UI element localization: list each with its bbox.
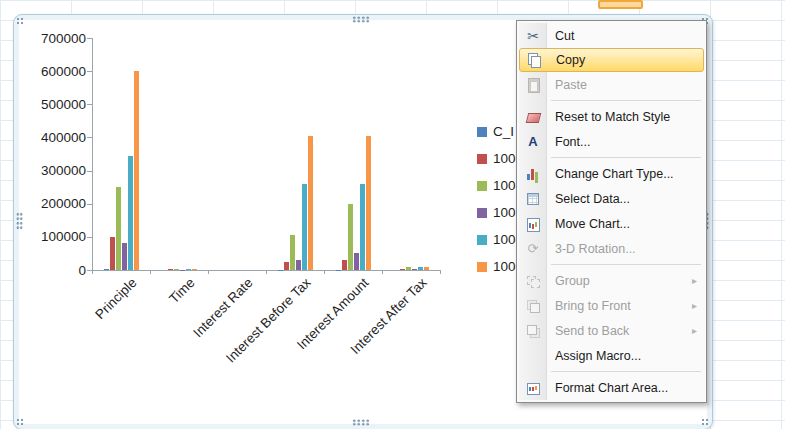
value-axis-label[interactable]: 600000 (26, 64, 86, 79)
value-axis-label[interactable]: 400000 (26, 130, 86, 145)
menu-item-move-chart[interactable]: Move Chart... (519, 211, 704, 236)
menu-item-3-d-rotation[interactable]: 3-D Rotation... (519, 236, 704, 261)
bar-interest-amount-s4[interactable] (360, 184, 365, 270)
bar-interest-amount-s3[interactable] (354, 253, 359, 270)
value-axis-tick (87, 38, 92, 39)
menu-item-label: Bring to Front (555, 299, 631, 313)
value-axis-tick (87, 204, 92, 205)
menu-item-send-to-back[interactable]: Send to Back▸ (519, 318, 704, 343)
bar-principle-s3[interactable] (122, 243, 127, 270)
value-axis-label[interactable]: 300000 (26, 163, 86, 178)
legend-item-1[interactable]: 100 (477, 151, 516, 166)
bar-principle-s1[interactable] (110, 237, 115, 270)
selection-handle-bottom-right[interactable] (701, 418, 709, 426)
value-axis-label[interactable]: 200000 (26, 196, 86, 211)
menu-item-bring-to-front[interactable]: Bring to Front▸ (519, 293, 704, 318)
bar-time-s4[interactable] (186, 269, 191, 270)
legend-swatch-icon (477, 154, 487, 164)
font-icon (525, 134, 541, 150)
submenu-arrow-icon: ▸ (692, 275, 697, 286)
menu-item-assign-macro[interactable]: Assign Macro... (519, 343, 704, 368)
bar-interest-after-tax-s5[interactable] (424, 267, 429, 270)
bar-time-s5[interactable] (192, 269, 197, 270)
menu-separator (551, 264, 701, 265)
context-menu: CutCopyPasteReset to Match StyleFont...C… (516, 20, 707, 403)
menu-separator (551, 371, 701, 372)
selection-handle-top-left[interactable] (16, 17, 24, 25)
legend-item-4[interactable]: 100 (477, 232, 516, 247)
bar-principle-s0[interactable] (104, 269, 109, 270)
bar-interest-amount-s5[interactable] (366, 136, 371, 270)
legend-item-0[interactable]: C_I (477, 124, 514, 139)
menu-item-label: 3-D Rotation... (555, 242, 636, 256)
menu-item-paste[interactable]: Paste (519, 72, 704, 97)
menu-item-label: Font... (555, 135, 590, 149)
bar-interest-before-tax-s2[interactable] (290, 235, 295, 270)
category-axis-tick (266, 270, 267, 274)
legend-label: 100 (493, 151, 516, 166)
selection-handle-bottom-left[interactable] (16, 418, 24, 426)
menu-item-change-chart-type[interactable]: Change Chart Type... (519, 161, 704, 186)
value-axis-label[interactable]: 0 (26, 263, 86, 278)
legend-label: 100 (493, 178, 516, 193)
bar-interest-after-tax-s2[interactable] (406, 267, 411, 270)
menu-item-select-data[interactable]: Select Data... (519, 186, 704, 211)
group-icon (525, 273, 541, 289)
bar-interest-amount-s1[interactable] (342, 260, 347, 270)
copy-icon (526, 52, 542, 68)
bar-principle-s4[interactable] (128, 156, 133, 270)
menu-item-label: Change Chart Type... (555, 167, 674, 181)
bar-interest-after-tax-s4[interactable] (418, 267, 423, 270)
bar-interest-after-tax-s1[interactable] (400, 269, 405, 270)
bar-interest-before-tax-s3[interactable] (296, 260, 301, 270)
menu-item-cut[interactable]: Cut (519, 23, 704, 48)
scissors-icon (525, 28, 541, 44)
menu-separator (551, 100, 701, 101)
menu-item-label: Group (555, 274, 590, 288)
category-axis-tick (324, 270, 325, 274)
category-axis-tick (208, 270, 209, 274)
menu-item-reset-to-match-style[interactable]: Reset to Match Style (519, 104, 704, 129)
chart-type-icon (525, 166, 541, 182)
legend-label: 100 (493, 232, 516, 247)
value-axis-label[interactable]: 500000 (26, 97, 86, 112)
bar-time-s2[interactable] (174, 269, 179, 270)
value-axis-tick (87, 71, 92, 72)
value-axis-line[interactable] (92, 38, 93, 271)
bar-interest-amount-s2[interactable] (348, 204, 353, 270)
legend-label: C_I (493, 124, 514, 139)
selection-handle-top-center[interactable] (352, 16, 370, 23)
value-axis-label[interactable]: 100000 (26, 229, 86, 244)
value-axis-tick (87, 137, 92, 138)
bar-interest-after-tax-s3[interactable] (412, 269, 417, 270)
bar-principle-s5[interactable] (134, 71, 139, 270)
bar-principle-s2[interactable] (116, 187, 121, 270)
legend-label: 100 (493, 205, 516, 220)
macro-icon (525, 348, 541, 364)
menu-item-label: Assign Macro... (555, 349, 641, 363)
menu-item-group[interactable]: Group▸ (519, 268, 704, 293)
bar-interest-before-tax-s1[interactable] (284, 262, 289, 270)
legend-item-3[interactable]: 100 (477, 205, 516, 220)
reset-style-icon (525, 109, 541, 125)
move-chart-icon (525, 216, 541, 232)
menu-item-font[interactable]: Font... (519, 129, 704, 154)
bar-interest-before-tax-s4[interactable] (302, 184, 307, 270)
value-axis-label[interactable]: 700000 (26, 31, 86, 46)
menu-item-label: Cut (555, 29, 574, 43)
menu-item-label: Format Chart Area... (555, 381, 668, 395)
selection-handle-left-middle[interactable] (16, 212, 23, 230)
bar-time-s1[interactable] (168, 269, 173, 270)
legend-swatch-icon (477, 235, 487, 245)
bar-interest-before-tax-s5[interactable] (308, 136, 313, 270)
legend-swatch-icon (477, 262, 487, 272)
legend-item-5[interactable]: 100 (477, 259, 516, 274)
menu-item-format-chart-area[interactable]: Format Chart Area... (519, 375, 704, 400)
category-axis-tick (440, 270, 441, 274)
legend-item-2[interactable]: 100 (477, 178, 516, 193)
menu-item-label: Paste (555, 78, 587, 92)
select-data-icon (525, 191, 541, 207)
selection-handle-bottom-center[interactable] (352, 419, 370, 426)
menu-item-copy[interactable]: Copy (519, 48, 704, 72)
highlighted-cell[interactable] (598, 0, 643, 9)
